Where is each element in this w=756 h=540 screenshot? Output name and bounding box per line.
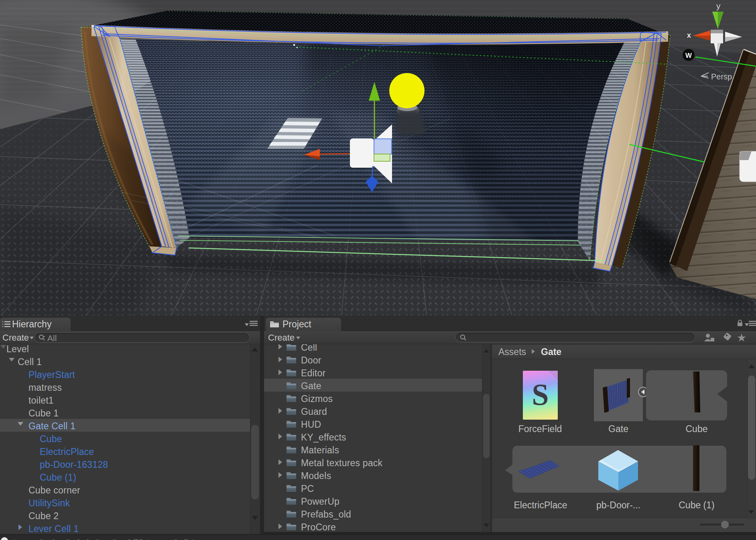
svg-text:x: x [687,31,691,39]
svg-text:Persp: Persp [711,72,732,81]
svg-text:y: y [716,1,721,10]
svg-text:W: W [685,52,692,59]
